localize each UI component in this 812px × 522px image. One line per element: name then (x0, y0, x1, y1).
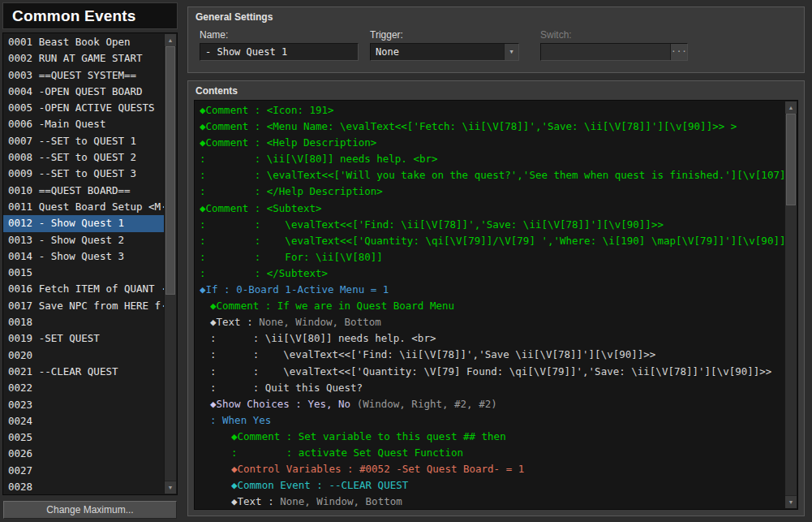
event-list-item[interactable]: 0021 --CLEAR QUEST (3, 364, 164, 380)
event-command-line[interactable]: : When Yes (195, 412, 784, 429)
general-settings-group: General Settings Name: Trigger: None ▼ S… (187, 6, 805, 73)
event-list-item[interactable]: 0002 RUN AT GAME START (3, 50, 164, 67)
scroll-up-icon[interactable]: ▲ (165, 34, 176, 47)
event-list-item[interactable]: 0015 (3, 265, 164, 281)
event-command-line[interactable]: : : \evalText<<['Find: \ii[\V[78]]','Sav… (195, 347, 784, 363)
dropdown-arrow-icon[interactable]: ▼ (504, 44, 518, 60)
event-list-item[interactable]: 0019 -SET QUEST (3, 330, 164, 347)
event-command-line[interactable]: : : For: \ii[\V[80]] (195, 249, 784, 265)
event-command-lines: ◆Comment : <Icon: 191>◆Comment : <Menu N… (195, 102, 784, 509)
event-command-line[interactable]: ◆Comment : <Subtext> (195, 201, 784, 217)
event-command-line[interactable]: ◆Comment : <Help Description> (195, 135, 784, 151)
scroll-up-icon[interactable]: ▲ (785, 101, 797, 114)
event-command-line[interactable]: : : activate Set Quest Function (195, 445, 784, 461)
event-list-item[interactable]: 0011 Quest Board Setup <M··· (3, 199, 164, 215)
event-command-line[interactable]: : : \evalText<<['Will you take on the qu… (195, 167, 784, 183)
switch-browse-button[interactable]: ··· (670, 44, 687, 60)
event-list-item[interactable]: 0009 --SET to QUEST 3 (3, 166, 164, 182)
event-list-item[interactable]: 0006 -Main Quest (3, 116, 164, 132)
event-list-item[interactable]: 0028 (3, 479, 164, 495)
event-list-item[interactable]: 0005 -OPEN ACTIVE QUESTS (3, 100, 164, 116)
event-list-item[interactable]: 0013 - Show Quest 2 (3, 232, 164, 248)
event-list-item[interactable]: 0026 (3, 446, 164, 462)
trigger-label: Trigger: (370, 29, 403, 41)
scrollbar-thumb[interactable] (165, 46, 175, 295)
contents-title: Contents (195, 85, 238, 97)
contents-scrollbar[interactable]: ▲ ▼ (784, 101, 797, 508)
event-command-line[interactable]: ◆If : 0-Board 1-Active Menu = 1 (195, 282, 784, 298)
event-list-item[interactable]: 0007 --SET to QUEST 1 (3, 133, 164, 149)
event-command-line[interactable]: : : \evalText<<['Quantity: \V[79] Found:… (195, 364, 784, 380)
event-command-line[interactable]: : : Quit this Quest? (195, 380, 784, 396)
scrollbar-track[interactable] (785, 114, 797, 496)
scrollbar-thumb[interactable] (786, 114, 796, 205)
event-list-item[interactable]: 0017 Save NPC from HERE f··· (3, 298, 164, 314)
event-command-line[interactable]: ◆Control Variables : #0052 -Set Quest Bo… (195, 461, 784, 477)
event-list-item[interactable]: 0012 - Show Quest 1 (3, 215, 164, 231)
event-list-item[interactable]: 0018 (3, 314, 164, 330)
event-list-item[interactable]: 0014 - Show Quest 3 (3, 248, 164, 265)
event-list-item[interactable]: 0020 (3, 347, 164, 364)
event-command-line[interactable]: : : \ii[\V[80]] needs help. <br> (195, 330, 784, 347)
event-list-item[interactable]: 0004 -OPEN QUEST BOARD (3, 84, 164, 100)
trigger-selected-value: None (376, 46, 399, 58)
event-command-line[interactable]: : : \evalText<<['Quantity: \qi[\V[79]]/\… (195, 233, 784, 249)
event-list-item[interactable]: 0024 (3, 413, 164, 429)
contents-group: Contents ◆Comment : <Icon: 191>◆Comment … (187, 80, 805, 516)
event-list-item[interactable]: 0003 ==QUEST SYSTEM== (3, 67, 164, 84)
scroll-down-icon[interactable]: ▼ (165, 481, 176, 494)
event-list-item[interactable]: 0001 Beast Book Open (3, 34, 164, 50)
switch-input: ··· (540, 43, 688, 61)
event-list-item[interactable]: 0022 (3, 380, 164, 396)
event-list-scrollbar[interactable]: ▲ ▼ (164, 34, 176, 494)
event-list-item[interactable]: 0016 Fetch ITEM of QUANT ··· (3, 281, 164, 297)
event-command-line[interactable]: ◆Show Choices : Yes, No (Window, Right, … (195, 396, 784, 412)
scrollbar-track[interactable] (165, 46, 176, 481)
common-events-title: Common Events (2, 2, 178, 29)
event-command-line[interactable]: : : \ii[\V[80]] needs help. <br> (195, 151, 784, 167)
event-command-line[interactable]: : : </Help Description> (195, 183, 784, 200)
event-command-line[interactable]: ◆Common Event : --CLEAR QUEST (195, 477, 784, 494)
name-input[interactable] (200, 43, 359, 61)
event-command-line[interactable]: ◆Comment : <Icon: 191> (195, 102, 784, 119)
event-list-item[interactable]: 0027 (3, 463, 164, 479)
event-command-line[interactable]: : : \evalText<<['Find: \ii[\V[78]]','Sav… (195, 217, 784, 233)
event-command-line[interactable]: ◆Text : None, Window, Bottom (195, 314, 784, 330)
switch-label: Switch: (540, 29, 572, 41)
name-label: Name: (200, 29, 228, 41)
event-list-item[interactable]: 0023 (3, 397, 164, 413)
event-command-line[interactable]: ◆Comment : If we are in Quest Board Menu (195, 298, 784, 314)
general-settings-title: General Settings (195, 11, 273, 23)
trigger-select[interactable]: None ▼ (370, 43, 519, 61)
event-list: 0001 Beast Book Open0002 RUN AT GAME STA… (2, 32, 178, 495)
change-maximum-button[interactable]: Change Maximum... (3, 501, 177, 519)
event-command-list[interactable]: ◆Comment : <Icon: 191>◆Comment : <Menu N… (194, 100, 798, 510)
event-list-items: 0001 Beast Book Open0002 RUN AT GAME STA… (3, 34, 164, 494)
event-list-item[interactable]: 0025 (3, 429, 164, 446)
event-command-line[interactable]: : : </Subtext> (195, 265, 784, 282)
scroll-down-icon[interactable]: ▼ (785, 495, 797, 508)
event-command-line[interactable]: ◆Text : None, Window, Bottom (195, 494, 784, 509)
event-command-line[interactable]: ◆Comment : <Menu Name: \evalText<<['Fetc… (195, 119, 784, 135)
event-list-item[interactable]: 0008 --SET to QUEST 2 (3, 149, 164, 166)
event-command-line[interactable]: ◆Comment : Set variable to this quest ##… (195, 429, 784, 445)
event-list-item[interactable]: 0010 ==QUEST BOARD== (3, 183, 164, 199)
